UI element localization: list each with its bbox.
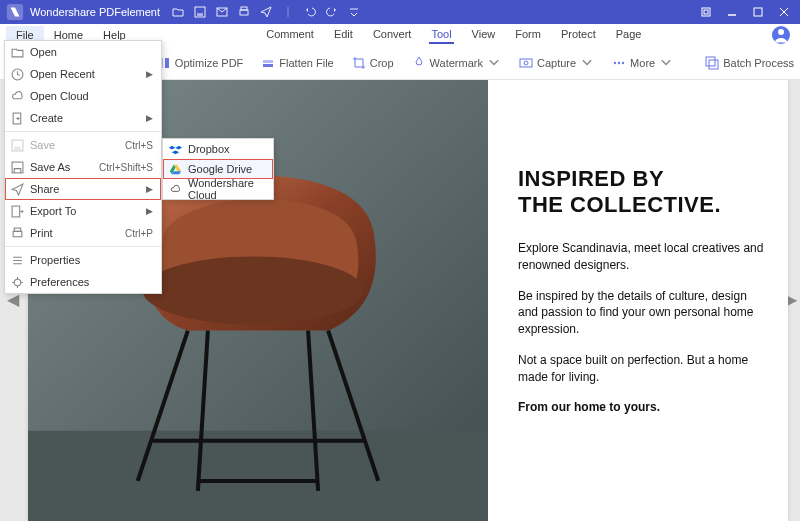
tab-view[interactable]: View [470, 26, 498, 44]
tool-batch[interactable]: Batch Process [699, 53, 800, 73]
window-controls [700, 6, 790, 18]
chevron-right-icon: ▶ [146, 69, 153, 79]
document-text: INSPIRED BY THE COLLECTIVE. Explore Scan… [518, 166, 768, 430]
tab-edit[interactable]: Edit [332, 26, 355, 44]
tool-capture[interactable]: Capture [513, 53, 600, 73]
open-icon [11, 46, 24, 59]
file-save[interactable]: Save Ctrl+S [5, 134, 161, 156]
svg-rect-37 [14, 228, 21, 231]
svg-rect-28 [28, 431, 488, 521]
window-restore-down-icon[interactable] [700, 6, 712, 18]
export-icon [11, 205, 24, 218]
svg-point-21 [524, 61, 528, 65]
tool-capture-label: Capture [537, 57, 576, 69]
tab-page[interactable]: Page [614, 26, 644, 44]
file-export-to[interactable]: Export To ▶ [5, 200, 161, 222]
svg-point-38 [14, 279, 21, 286]
doc-paragraph: Explore Scandinavia, meet local creative… [518, 240, 768, 274]
file-open-recent[interactable]: Open Recent ▶ [5, 63, 161, 85]
undo-icon[interactable] [304, 6, 316, 18]
capture-icon [519, 56, 533, 70]
doc-paragraph: Not a space built on perfection. But a h… [518, 352, 768, 386]
google-drive-icon [169, 163, 182, 176]
file-open[interactable]: Open [5, 41, 161, 63]
tool-watermark[interactable]: Watermark [406, 53, 507, 73]
email-icon[interactable] [216, 6, 228, 18]
file-menu: Open Open Recent ▶ Open Cloud Create ▶ S… [4, 40, 162, 294]
svg-point-23 [618, 61, 620, 63]
svg-rect-36 [13, 231, 22, 236]
save-as-icon [11, 161, 24, 174]
doc-paragraph: From our home to yours. [518, 399, 768, 416]
window-minimize-icon[interactable] [726, 6, 738, 18]
tab-comment[interactable]: Comment [264, 26, 316, 44]
window-maximize-icon[interactable] [752, 6, 764, 18]
user-avatar-icon[interactable] [772, 26, 790, 44]
svg-point-22 [614, 61, 616, 63]
svg-rect-2 [197, 13, 203, 16]
properties-icon [11, 254, 24, 267]
quick-access-toolbar [172, 6, 360, 18]
file-print[interactable]: Print Ctrl+P [5, 222, 161, 244]
app-logo-icon [6, 3, 24, 21]
file-properties[interactable]: Properties [5, 249, 161, 271]
svg-rect-5 [241, 7, 247, 10]
svg-rect-8 [704, 10, 708, 14]
svg-rect-4 [240, 10, 248, 15]
recent-icon [11, 68, 24, 81]
dropbox-icon [169, 143, 182, 156]
svg-rect-34 [12, 162, 23, 173]
tool-crop-label: Crop [370, 57, 394, 69]
redo-icon[interactable] [326, 6, 338, 18]
window-close-icon[interactable] [778, 6, 790, 18]
chevron-right-icon: ▶ [146, 206, 153, 216]
share-gdrive-label: Google Drive [188, 163, 252, 175]
svg-rect-35 [12, 206, 20, 217]
file-open-cloud[interactable]: Open Cloud [5, 85, 161, 107]
save-icon[interactable] [194, 6, 206, 18]
tool-batch-label: Batch Process [723, 57, 794, 69]
doc-paragraph: Be inspired by the details of culture, d… [518, 288, 768, 338]
file-preferences[interactable]: Preferences [5, 271, 161, 293]
doc-heading: INSPIRED BY THE COLLECTIVE. [518, 166, 768, 218]
ribbon-tabs: Comment Edit Convert Tool View Form Prot… [136, 26, 772, 44]
svg-rect-17 [165, 58, 169, 68]
svg-point-11 [778, 29, 784, 35]
crop-icon [352, 56, 366, 70]
tab-tool[interactable]: Tool [429, 26, 453, 44]
wondershare-cloud-icon [169, 183, 182, 196]
create-icon [11, 112, 24, 125]
svg-rect-33 [14, 146, 21, 149]
share-wondershare-cloud[interactable]: Wondershare Cloud [163, 179, 273, 199]
tool-flatten-label: Flatten File [279, 57, 333, 69]
share-dropbox-label: Dropbox [188, 143, 230, 155]
share-google-drive[interactable]: Google Drive [163, 159, 273, 179]
send-icon[interactable] [260, 6, 272, 18]
file-save-as[interactable]: Save As Ctrl+Shift+S [5, 156, 161, 178]
tool-more[interactable]: More [606, 53, 679, 73]
file-create[interactable]: Create ▶ [5, 107, 161, 129]
svg-rect-18 [263, 60, 273, 63]
svg-point-24 [622, 61, 624, 63]
tool-flatten[interactable]: Flatten File [255, 53, 339, 73]
chevron-down-icon [580, 56, 594, 70]
tab-form[interactable]: Form [513, 26, 543, 44]
tool-crop[interactable]: Crop [346, 53, 400, 73]
share-dropbox[interactable]: Dropbox [163, 139, 273, 159]
tab-protect[interactable]: Protect [559, 26, 598, 44]
cloud-icon [11, 90, 24, 103]
batch-icon [705, 56, 719, 70]
share-submenu: Dropbox Google Drive Wondershare Cloud [162, 138, 274, 200]
open-file-icon[interactable] [172, 6, 184, 18]
print-icon[interactable] [238, 6, 250, 18]
file-share[interactable]: Share ▶ [5, 178, 161, 200]
qat-sep-icon [282, 6, 294, 18]
svg-rect-26 [709, 60, 718, 69]
tool-optimize[interactable]: Optimize PDF [151, 53, 249, 73]
preferences-icon [11, 276, 24, 289]
qat-dropdown-icon[interactable] [348, 6, 360, 18]
svg-rect-19 [263, 64, 273, 67]
tab-convert[interactable]: Convert [371, 26, 414, 44]
watermark-icon [412, 56, 426, 70]
title-bar: Wondershare PDFelement [0, 0, 800, 24]
